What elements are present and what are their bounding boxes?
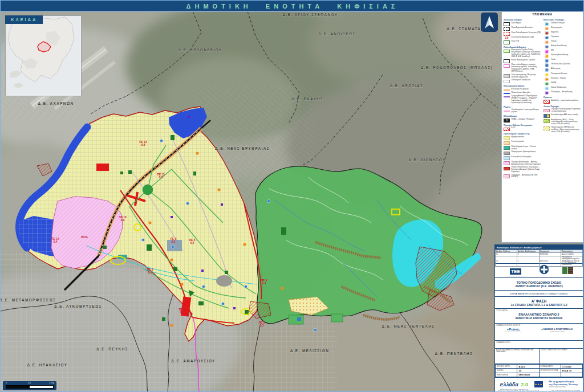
legend-swatch xyxy=(545,68,549,72)
legend-section-header: Πράσινο xyxy=(544,96,581,99)
legend-item: Όρια Πολεοδομικών Ενοτήτων (ΠΕ) xyxy=(504,32,541,36)
legend-column-right: Κοινωνικές ΥποδομέςΠαιδικοί ΣταθμοίΝηπια… xyxy=(544,17,581,179)
region-label: Δ.Ε. ΣΤΑΜΑΤΑΣ xyxy=(447,27,484,31)
legend-item-label: Γενική κατοικία xyxy=(512,141,524,143)
legend-swatch xyxy=(544,100,550,104)
study-title: ΚΥΡΙΑ ΜΕΛΕΤΗ ΠΟΛΕΟΔΟΜΙΚΟΥ ΣΧΕΔΙΟΥ (ΚΜΠΣ) xyxy=(495,291,583,297)
legend-item-label: Προτεινόμενες ΠΕ/ΠΔ εκτός σχεδίου – ζώνε… xyxy=(551,126,582,133)
legend-column-left: Διοικητικά ΣτοιχείαΌριο ΔήμουΌρια Δημοτι… xyxy=(504,17,541,179)
legend-item-label: Λύκεια xyxy=(551,40,557,43)
ministry-emblem xyxy=(539,264,549,277)
key-inset-map: ΚΛΕΙΔΑ xyxy=(5,15,82,96)
legend-item-label: Συντελεστής Δόμησης (ΣΔ) xyxy=(512,36,534,39)
legend-item: Πνευματικά Κέντρα xyxy=(544,73,581,77)
inset-title: ΚΛΕΙΔΑ xyxy=(5,15,43,24)
legend-item-label: Χώροι Στάθμευσης xyxy=(551,87,567,89)
legend-item-label: Εκπαιδευτήρια ΑΕΙ προς ένταξη xyxy=(551,114,578,116)
legend-title: ΥΠΟΜΝΗΜΑ xyxy=(504,13,581,16)
legend-item: Πλατείες – Πάρκα xyxy=(544,77,581,81)
legend-item: Παιδικοί Σταθμοί xyxy=(544,22,581,26)
legend-item: Όριο ΓΠΣ xyxy=(504,40,541,44)
page-title: ΔΗΜΟΤΙΚΗ ΕΝΟΤΗΤΑ ΚΗΦΙΣΙΑΣ xyxy=(186,3,399,10)
legend-item: Λύκεια xyxy=(544,40,581,44)
legend-item: ΠΕ Κοινωνική Πρόνοια xyxy=(544,63,581,67)
legend-item-label: Περιοχές πολεοδομικής εξυγίανσης / ανασυ… xyxy=(551,108,582,113)
legend-swatch xyxy=(504,141,510,145)
legend-item-label: Όρια προέγκρισης ΠΕ για την οικιστική ορ… xyxy=(512,74,542,79)
eu-funding-text: Με τη χρηματοδότηση της Ευρωπαϊκής Ένωση… xyxy=(549,380,578,388)
legend-item-label: Όρια Πολεοδομικών Ενοτήτων (ΠΕ) xyxy=(512,32,541,34)
legend-item-label: Όρια Δημοτικών Ενοτήτων xyxy=(512,27,534,29)
region-label: Δ.Ε. ΑΝΟΙΞΕΩΣ xyxy=(318,32,355,36)
legend-item-label: Παιδικοί Σταθμοί xyxy=(551,22,565,24)
scale-zero: 0 xyxy=(6,382,7,384)
legend-item: Όριο Δήμου xyxy=(504,22,541,26)
legend-item-label: Προς πολεοδόμηση περιοχές (επέκταση σχεδ… xyxy=(512,64,542,73)
legend-item-label: Πνευματικά Κέντρα xyxy=(551,73,567,75)
legend-swatch xyxy=(504,136,510,140)
legend-item: Εκτός Εγκεκριμένου Σχεδίου xyxy=(504,59,541,63)
municipality-logo xyxy=(562,267,573,274)
phase-title: Α' ΦΑΣΗ 1ο ΣΤΑΔΙΟ: ΕΝΟΤΗΤΑ 1.1 & ΕΝΟΤΗΤΑ… xyxy=(495,297,583,309)
legend-item: Προτεινόμενες ΠΕ/ΠΔ εκτός σχεδίου – ζώνε… xyxy=(544,126,581,133)
legend-item-label: Υγεία xyxy=(551,59,555,61)
pe-label: ΒΙΠΑ xyxy=(81,236,88,239)
scale-bar-graphic xyxy=(6,385,54,389)
legend-swatch xyxy=(504,156,510,160)
legend-swatch xyxy=(545,73,549,77)
region-label: Δ.Ε. ΠΕΥΚΗΣ xyxy=(96,347,128,351)
revision-table-title: Κατάλογος Εκδόσεων / Αναθεωρήσεων xyxy=(495,245,583,250)
legend-item-label: ΚΑΠΗ xyxy=(551,82,556,84)
legend-swatch xyxy=(544,114,550,118)
legend-item-label: Ανάδειξη – προστασία πρασίνου xyxy=(551,100,579,102)
pe-label: ΠΕ 50.5 xyxy=(259,321,265,327)
region-label: Δ.Ε. ΜΕΛΙΣΣΙΩΝ xyxy=(290,349,330,353)
legend-item-label: Ειδική Εκπαίδευση xyxy=(551,45,567,47)
legend-swatch xyxy=(504,93,510,94)
legend-item: Ελεύθερη Λεωφόρος xyxy=(504,88,541,91)
legend-swatch xyxy=(545,91,549,95)
legend-item-label: ΚΧΠ xyxy=(512,127,516,129)
legend-swatch xyxy=(504,161,510,165)
legend-item-label: Εκτός Εγκεκριμένου Σχεδίου xyxy=(512,59,536,62)
legend-item-label: Αναδάσωση (Α.Δ.) – ζώνες πολεοδομικής αν… xyxy=(551,119,582,126)
region-label: Δ.Ε. ΑΓΙΟΥ ΣΤΕΦΑΝΟΥ xyxy=(283,13,338,17)
legend-item: Όρια Δημοτικών Ενοτήτων xyxy=(504,27,541,31)
legend-swatch xyxy=(504,40,510,44)
study-team-box: ΟΜΑΔΑ ΜΕΛΕΤΗΣ: xyxy=(495,341,583,349)
legend-swatch: 0.5 xyxy=(504,36,510,39)
map-title-box: ΤΙΤΛΟΣ ΧΑΡΤΗ: ΕΝΑΛΛΑΚΤΙΚΟ ΣΕΝΑΡΙΟ 2 ΔΗΜΟ… xyxy=(495,309,583,324)
legend-item: Αμιγής κατοικία xyxy=(504,136,541,140)
legend-item-label: Πόλος υπερτοπικών λειτουργιών – Εμπόριο,… xyxy=(512,166,542,173)
roikos-logo: ●Ροϊκός ΣΥΜΒΟΥΛΟΙ ΜΗΧΑΝΙΚΟΙ Α.Ε. xyxy=(505,328,522,332)
legend-item-label: Παραγωγικές δραστηριότητες xyxy=(512,151,536,153)
legend-item: Εγκεκριμένο Σχέδιο Πόλης (Ρυμοτομικό Σχέ… xyxy=(504,49,541,58)
legend-swatch xyxy=(504,111,510,112)
legend-item: Πρωτεύουσες Αρτηρίες xyxy=(504,92,541,95)
samaras-logo: ◆ ΣΑΜΑΡΑΣ & ΣΥΝΕΡΓΑΤΕΣ Α.Ε. ΣΥΜΒΟΥΛΟΙ ΜΗ… xyxy=(541,328,573,332)
legend-section-header: Σιδηρόδρομος xyxy=(504,115,541,117)
legend-swatch xyxy=(504,174,510,178)
committee-boxes: ΕΠΙΤΡΟΠΗ ΠΑΡΑΚΟΛΟΥΘΗΣΗΣ, ΕΠΙΒΛΕΨΗΣ ΚΑΙ Π… xyxy=(495,349,583,364)
legend-section-header: Διοικητικά Στοιχεία xyxy=(504,19,541,21)
eu-flag-icon: ★★★ xyxy=(534,381,543,387)
committee-right-label: ΤΟΠΙΚΟ ΣΥΜΒΟΥΛΕΥΤΙΚΟ ΟΡΓΑΝΟ: xyxy=(541,349,582,351)
legend-item: Παραγωγικές δραστηριότητες xyxy=(504,151,541,155)
region-label: Δ.Ε. ΔΙΟΝΥΣΟΥ xyxy=(408,158,445,162)
legend-swatch xyxy=(504,89,510,91)
legend-swatch xyxy=(504,64,510,68)
legend-swatch xyxy=(504,146,510,150)
legend-item-label: ΙΕΚ xyxy=(551,50,554,52)
legend-swatch xyxy=(504,80,510,84)
region-label: Δ.Ε. ΕΚΑΛΗΣ xyxy=(291,97,323,101)
legend-swatch xyxy=(545,40,549,44)
scale-half: 0,5 xyxy=(28,382,31,384)
legend-swatch xyxy=(504,128,510,132)
legend-item-label: Νηπιαγωγεία xyxy=(551,27,562,29)
info-label: ΑΡΙΘΜΟΣ ΧΑΡΤΗ xyxy=(496,365,517,369)
legend-item: Υγεία xyxy=(544,59,581,63)
legend-item-label: Όριο Δήμου xyxy=(512,22,521,24)
legend-swatch xyxy=(545,63,549,67)
region-label: Δ.Ε. ΑΜΑΡΟΥΣΙΟΥ xyxy=(171,359,215,363)
legend-section-header: Περιοχές Ειδικών Κατηγοριών xyxy=(504,124,541,126)
